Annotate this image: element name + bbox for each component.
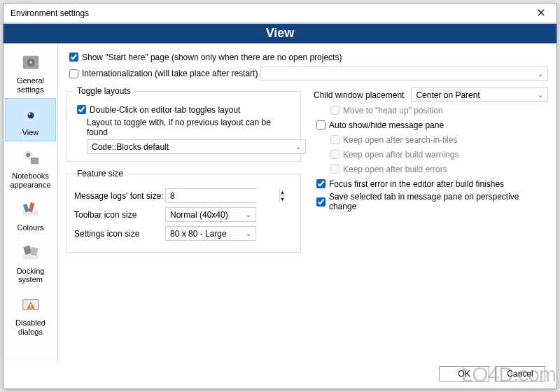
close-button[interactable] bbox=[526, 4, 556, 23]
sidebar-item-docking-system[interactable]: Docking system bbox=[4, 237, 57, 288]
sidebar-item-label: Docking system bbox=[5, 267, 56, 284]
focus-first-error-label: Focus first error in the editor after bu… bbox=[329, 179, 504, 189]
svg-rect-15 bbox=[30, 247, 38, 256]
auto-show-hide-row[interactable]: Auto show/hide message pane bbox=[314, 118, 548, 132]
show-start-here-row[interactable]: Show "Start here" page (shown only when … bbox=[66, 50, 548, 64]
dock-icon bbox=[19, 241, 43, 265]
settings-icon-size-value: 80 x 80 - Large bbox=[170, 229, 227, 239]
auto-show-hide-checkbox[interactable] bbox=[316, 120, 326, 130]
toolbar-size-label: Toolbar icon size bbox=[74, 210, 165, 220]
cancel-button[interactable]: Cancel bbox=[495, 366, 545, 382]
keep-err-row: Keep open after build errors bbox=[328, 162, 548, 176]
sidebar-item-label: Notebooks appearance bbox=[5, 172, 56, 189]
chevron-down-icon: ⌄ bbox=[538, 91, 543, 99]
settings-icon-size-select[interactable]: 80 x 80 - Large ⌄ bbox=[165, 226, 256, 241]
dblclick-toggle-checkbox[interactable] bbox=[77, 105, 86, 114]
auto-show-hide-label: Auto show/hide message pane bbox=[329, 120, 444, 130]
child-placement-value: Center on Parent bbox=[416, 90, 479, 100]
spinner-up-icon[interactable]: ▲ bbox=[280, 189, 285, 196]
dialog-warning-icon bbox=[19, 293, 43, 316]
internationalization-row: Internationalization (will take place af… bbox=[66, 66, 548, 80]
fallback-layout-label: Layout to toggle with, if no previous la… bbox=[87, 118, 293, 137]
gear-box-icon bbox=[19, 50, 43, 74]
right-column: Child window placement Center on Parent … bbox=[314, 86, 548, 260]
sidebar-item-general-settings[interactable]: General settings bbox=[4, 46, 57, 98]
focus-first-error-checkbox[interactable] bbox=[316, 179, 326, 188]
msg-font-size-row: Message logs' font size: ▲ ▼ bbox=[74, 188, 293, 203]
msg-font-size-label: Message logs' font size: bbox=[74, 191, 165, 201]
feature-size-group: Feature size Message logs' font size: ▲ … bbox=[66, 169, 301, 253]
fallback-layout-select[interactable]: Code::Blocks default ⌄ bbox=[87, 139, 306, 154]
toggle-layouts-legend: Toggle layouts bbox=[74, 86, 134, 96]
swatch-icon bbox=[19, 146, 43, 169]
msg-font-size-input[interactable] bbox=[166, 189, 279, 202]
keep-warn-row: Keep open after build warnings bbox=[328, 148, 548, 161]
chevron-down-icon: ⌄ bbox=[538, 70, 543, 78]
toolbar-size-select[interactable]: Normal (40x40) ⌄ bbox=[165, 207, 256, 222]
save-tab-label: Save selected tab in message pane on per… bbox=[329, 192, 548, 211]
toolbar-size-row: Toolbar icon size Normal (40x40) ⌄ bbox=[74, 207, 293, 222]
chevron-down-icon: ⌄ bbox=[246, 230, 251, 237]
save-tab-row[interactable]: Save selected tab in message pane on per… bbox=[314, 192, 548, 211]
dialog-footer: OK Cancel bbox=[4, 362, 556, 388]
sidebar-item-disabled-dialogs[interactable]: Disabled dialogs bbox=[4, 288, 57, 340]
keep-search-checkbox bbox=[330, 135, 340, 144]
window-title: Environment settings bbox=[10, 8, 526, 18]
svg-rect-19 bbox=[30, 307, 31, 308]
keep-search-label: Keep open after search-in-files bbox=[343, 135, 457, 145]
paint-icon bbox=[19, 197, 43, 221]
sidebar-item-label: Colours bbox=[18, 223, 44, 232]
show-start-here-label: Show "Start here" page (shown only when … bbox=[82, 52, 342, 62]
svg-point-8 bbox=[26, 153, 30, 157]
keep-warn-label: Keep open after build warnings bbox=[343, 150, 458, 160]
sidebar[interactable]: General settings View Notebooks appearan… bbox=[4, 43, 58, 362]
internationalization-checkbox[interactable] bbox=[69, 69, 78, 78]
settings-icon-size-label: Settings icon size bbox=[74, 229, 165, 239]
sidebar-item-label: View bbox=[22, 128, 39, 137]
keep-warn-checkbox bbox=[330, 150, 340, 159]
chevron-down-icon: ⌄ bbox=[246, 211, 251, 218]
chevron-down-icon: ⌄ bbox=[295, 143, 301, 150]
fallback-layout-value: Code::Blocks default bbox=[92, 142, 169, 152]
focus-first-error-row[interactable]: Focus first error in the editor after bu… bbox=[314, 177, 548, 190]
show-start-here-checkbox[interactable] bbox=[69, 52, 78, 62]
svg-rect-18 bbox=[30, 304, 31, 307]
page-title: View bbox=[4, 23, 556, 43]
settings-icon-size-row: Settings icon size 80 x 80 - Large ⌄ bbox=[74, 226, 293, 241]
ok-button[interactable]: OK bbox=[439, 366, 489, 382]
move-head-up-checkbox bbox=[330, 106, 340, 115]
child-placement-row: Child window placement Center on Parent … bbox=[314, 88, 548, 102]
msg-font-size-spinner[interactable]: ▲ ▼ bbox=[165, 188, 256, 203]
titlebar: Environment settings bbox=[4, 4, 556, 23]
sidebar-item-colours[interactable]: Colours bbox=[4, 193, 57, 237]
eye-icon bbox=[19, 102, 43, 126]
toolbar-size-value: Normal (40x40) bbox=[170, 210, 228, 220]
feature-size-legend: Feature size bbox=[74, 169, 126, 178]
keep-search-row: Keep open after search-in-files bbox=[328, 133, 548, 146]
close-icon bbox=[538, 8, 545, 18]
move-head-up-label: Move to "head up" position bbox=[343, 106, 443, 115]
sidebar-item-view[interactable]: View bbox=[5, 98, 56, 141]
internationalization-label: Internationalization (will take place af… bbox=[82, 69, 258, 78]
keep-err-label: Keep open after build errors bbox=[343, 164, 447, 174]
sidebar-item-label: Disabled dialogs bbox=[5, 318, 56, 336]
left-column: Toggle layouts Double-Click on editor ta… bbox=[66, 86, 301, 260]
move-head-up-row: Move to "head up" position bbox=[328, 104, 548, 117]
child-placement-label: Child window placement bbox=[314, 90, 404, 100]
keep-err-checkbox bbox=[330, 164, 340, 174]
sidebar-item-notebooks-appearance[interactable]: Notebooks appearance bbox=[4, 141, 57, 193]
child-placement-select[interactable]: Center on Parent ⌄ bbox=[411, 88, 548, 102]
settings-window: Environment settings View General settin… bbox=[3, 3, 557, 389]
svg-rect-9 bbox=[31, 158, 38, 164]
dblclick-toggle-label: Double-Click on editor tab toggles layou… bbox=[90, 105, 240, 115]
toggle-layouts-group: Toggle layouts Double-Click on editor ta… bbox=[66, 86, 301, 162]
dblclick-toggle-row[interactable]: Double-Click on editor tab toggles layou… bbox=[74, 103, 293, 116]
save-tab-checkbox[interactable] bbox=[316, 197, 326, 206]
svg-point-2 bbox=[29, 61, 32, 64]
svg-point-6 bbox=[28, 113, 30, 115]
sidebar-item-label: General settings bbox=[5, 76, 56, 94]
internationalization-select[interactable]: ⌄ bbox=[260, 66, 548, 80]
spinner-down-icon[interactable]: ▼ bbox=[280, 196, 285, 202]
main-panel: Show "Start here" page (shown only when … bbox=[58, 43, 556, 362]
